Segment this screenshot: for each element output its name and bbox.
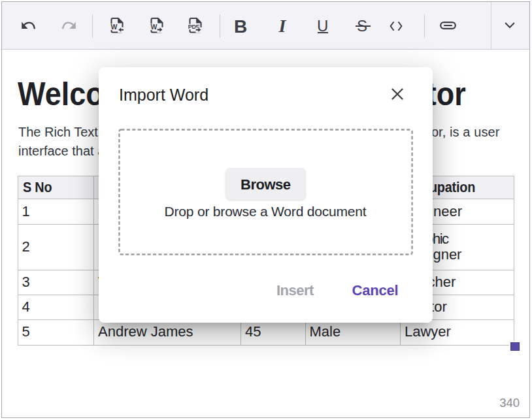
svg-text:W: W [110,23,117,31]
svg-text:W: W [150,23,157,31]
